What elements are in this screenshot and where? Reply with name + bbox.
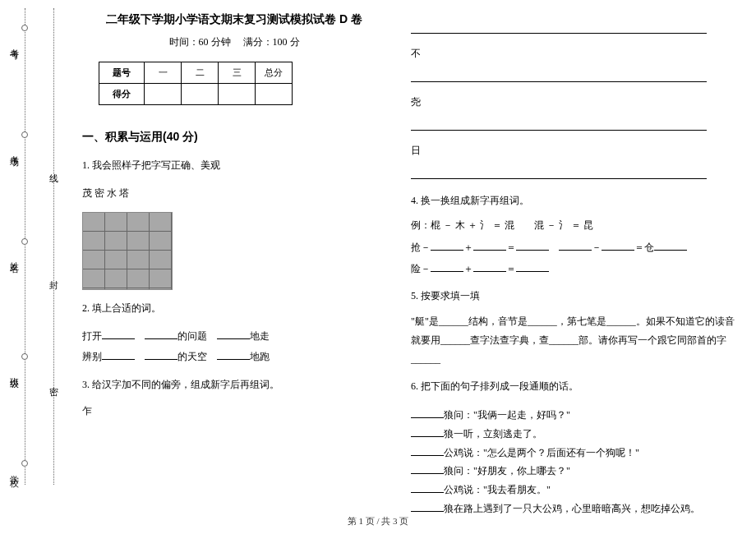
binding-circle	[21, 460, 28, 467]
question-2-line1: 打开 的问题 地走	[82, 328, 386, 346]
question-6: 6. 把下面的句子排列成一段通顺的话。	[411, 378, 740, 396]
q2-word: 辨别	[82, 351, 102, 362]
q2-word: 地走	[250, 330, 270, 342]
col-3: 三	[219, 62, 256, 84]
question-1-sample: 茂 密 水 塔	[82, 185, 386, 203]
column-left: 二年级下学期小学语文期末复习测试模拟试卷 D 卷 时间：60 分钟 满分：100…	[82, 0, 386, 509]
q2-word: 的天空	[177, 351, 207, 362]
question-5: 5. 按要求填一填	[411, 288, 740, 306]
q6-text: 狼在路上遇到了一只大公鸡，心里暗暗高兴，想吃掉公鸡。	[444, 503, 700, 514]
q3-blank-row	[411, 119, 740, 134]
q6-line: 狼一听，立刻逃走了。	[411, 425, 740, 444]
score-table: 题号 一 二 三 总分 得分	[99, 62, 293, 105]
blank	[516, 260, 549, 272]
binding-line-2	[53, 8, 54, 485]
q3-char-2: 不	[411, 47, 740, 61]
q6-text: 狼一听，立刻逃走了。	[444, 428, 542, 440]
score-cell	[182, 84, 219, 105]
q3-char: 尧	[411, 96, 421, 108]
blank	[654, 239, 687, 251]
q6-text: 公鸡说："怎么是两个？后面还有一个狗呢！"	[444, 447, 639, 458]
score-cell	[145, 84, 182, 105]
label-name: 姓名：	[8, 255, 21, 271]
binding-strip: 考号： 考场： 姓名： 班级： 学校： 线 封 密	[8, 0, 66, 493]
question-4: 4. 换一换组成新字再组词。	[411, 192, 740, 210]
binding-circle	[21, 25, 28, 31]
q3-char: 乍	[82, 405, 92, 417]
blank	[559, 239, 592, 251]
blank	[516, 239, 549, 251]
q3-char-1: 乍	[82, 404, 386, 418]
blank	[473, 239, 506, 251]
column-right: 不 尧 日 4. 换一换组成新字再组词。 例：棍 － 木 ＋ 氵 ＝ 混 混 －…	[411, 0, 740, 509]
label-room: 考场：	[8, 148, 21, 164]
q6-text: 狼问："我俩一起走，好吗？"	[444, 409, 570, 421]
blank	[473, 260, 506, 272]
question-4-line-b: 险－＋＝	[411, 260, 740, 279]
blank	[411, 168, 707, 179]
blank	[217, 328, 250, 339]
blank	[411, 481, 444, 493]
blank	[411, 444, 444, 456]
q3-char: 日	[411, 145, 421, 156]
question-2-line2: 辨别 的天空 地跑	[82, 348, 386, 366]
seal-xian: 线	[49, 173, 58, 185]
blank	[411, 119, 707, 131]
blank	[411, 71, 707, 82]
seal-mi: 密	[49, 386, 58, 398]
q4-tail: ＝仓	[634, 242, 654, 253]
q4-prefix: 抢－	[411, 242, 431, 253]
q3-blank-row	[411, 71, 740, 85]
binding-circle	[21, 238, 28, 245]
blank	[217, 348, 250, 360]
score-cell	[256, 84, 293, 105]
question-2: 2. 填上合适的词。	[82, 300, 386, 318]
q3-char-4: 日	[411, 144, 740, 158]
row-header-score: 得分	[99, 84, 145, 105]
label-class: 班级：	[8, 370, 21, 386]
blank	[411, 22, 707, 34]
label-school: 学校：	[8, 468, 21, 485]
question-4-example: 例：棍 － 木 ＋ 氵 ＝ 混 混 － 氵 ＝ 昆	[411, 217, 740, 235]
q6-text: 狼问："好朋友，你上哪去？"	[444, 465, 570, 476]
q6-line: 公鸡说："怎么是两个？后面还有一个狗呢！"	[411, 444, 740, 463]
blank	[102, 348, 135, 360]
q2-word: 地跑	[250, 351, 270, 362]
blank	[145, 348, 177, 360]
label-exam-id: 考号：	[8, 41, 21, 58]
section-1-title: 一、积累与运用(40 分)	[82, 130, 386, 145]
question-5-body: "艇"是______结构，音节是______，第七笔是______。如果不知道它…	[411, 312, 740, 368]
blank	[431, 260, 463, 272]
blank	[431, 239, 463, 251]
seal-feng: 封	[49, 279, 58, 292]
score-cell	[219, 84, 256, 105]
q3-blank-row	[411, 168, 740, 182]
col-2: 二	[182, 62, 219, 84]
binding-circle	[21, 131, 28, 138]
q3-char-3: 尧	[411, 95, 740, 109]
q2-word: 打开	[82, 330, 102, 342]
writing-grid-image	[82, 212, 173, 290]
full-score: 满分：100 分	[243, 36, 300, 48]
blank	[411, 463, 444, 474]
binding-circle	[21, 353, 28, 360]
time-limit: 时间：60 分钟	[169, 36, 231, 48]
blank	[411, 426, 444, 437]
q2-word: 的问题	[177, 330, 207, 342]
col-1: 一	[145, 62, 182, 84]
blank	[102, 328, 135, 339]
question-1: 1. 我会照样子把字写正确、美观	[82, 157, 386, 175]
q4-prefix: 险－	[411, 263, 431, 274]
blank	[145, 328, 177, 339]
blank	[411, 500, 444, 512]
q6-text: 公鸡说："我去看朋友。"	[444, 484, 551, 495]
exam-subtitle: 时间：60 分钟 满分：100 分	[82, 35, 386, 49]
q6-line: 狼问："我俩一起走，好吗？"	[411, 406, 740, 425]
q3-blank-row	[411, 22, 740, 37]
page-footer: 第 1 页 / 共 3 页	[0, 515, 756, 527]
col-total: 总分	[256, 62, 293, 84]
blank	[411, 407, 444, 418]
blank	[602, 239, 634, 251]
exam-title: 二年级下学期小学语文期末复习测试模拟试卷 D 卷	[82, 12, 386, 27]
question-4-line-a: 抢－＋＝ －＝仓	[411, 239, 740, 257]
